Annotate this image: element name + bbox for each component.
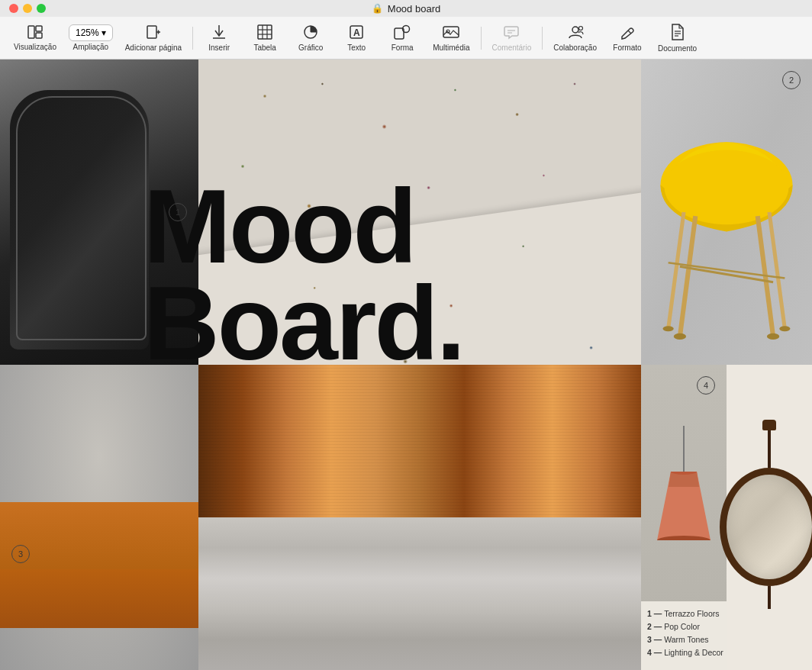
sofa-container	[0, 502, 198, 670]
svg-rect-3	[147, 26, 156, 38]
wood-grain	[198, 365, 641, 517]
main-canvas: 1	[0, 60, 812, 670]
page-badge-1: 1	[169, 203, 187, 221]
legend-panel: 1 — Terrazzo Floors 2 — Pop Color 3 — Wa…	[641, 601, 727, 670]
cell-lamp-legend-mirror: 4 1 — Terrazzo Floors	[641, 365, 812, 670]
grafico-icon	[303, 24, 318, 42]
lamp-section: 4 1 — Terrazzo Floors	[641, 365, 727, 670]
mirror-assembly	[720, 426, 812, 609]
sofa-backrest	[0, 502, 198, 578]
toolbar-comentario[interactable]: Comentário	[485, 21, 540, 55]
sep-1	[192, 27, 193, 50]
toolbar-texto[interactable]: A Texto	[334, 21, 379, 55]
toolbar-colaboracao[interactable]: Colaboração	[546, 21, 604, 55]
colaboracao-label: Colaboração	[553, 43, 597, 52]
legend-item-1: 1 — Terrazzo Floors	[647, 609, 720, 618]
toolbar-forma[interactable]: Forma	[379, 21, 425, 55]
chair-piping	[16, 96, 147, 340]
comentario-label: Comentário	[492, 43, 532, 52]
yellow-chair-svg	[641, 60, 812, 365]
cell-sofa: 3	[0, 365, 198, 670]
tabela-label: Tabela	[253, 43, 276, 52]
window-title-area: 🔒 Mood board	[372, 3, 440, 14]
visualizacao-label: Visualização	[14, 43, 56, 51]
mirror-section	[727, 365, 812, 670]
ampliacao-chevron: ▾	[102, 27, 106, 38]
cell-yellow-chair: 2	[641, 60, 812, 365]
terrazzo-texture	[198, 60, 641, 365]
legend-item-4: 4 — Lighting & Decor	[647, 648, 720, 657]
formato-icon	[620, 24, 635, 42]
toolbar: Visualização 125% ▾ Ampliação Adicionar …	[0, 17, 812, 60]
canvas-grid: 1	[0, 60, 812, 670]
svg-point-38	[674, 333, 686, 340]
ampliacao-label: Ampliação	[72, 43, 108, 51]
sep-2	[481, 27, 482, 50]
forma-label: Forma	[392, 43, 414, 52]
svg-point-41	[779, 326, 790, 331]
grafico-label: Gráfico	[298, 43, 323, 52]
svg-rect-2	[36, 33, 42, 38]
inserir-icon	[212, 24, 226, 42]
page-badge-4: 4	[697, 376, 715, 395]
minimize-button[interactable]	[23, 4, 32, 13]
page-badge-3: 3	[11, 545, 30, 563]
toolbar-multimidia[interactable]: Multimédia	[425, 21, 477, 55]
svg-point-24	[572, 27, 578, 33]
page-badge-2: 2	[782, 71, 801, 89]
mirror-strap-bottom	[768, 586, 771, 609]
svg-rect-20	[443, 27, 459, 37]
toolbar-inserir[interactable]: Inserir	[196, 21, 242, 55]
texto-label: Texto	[347, 43, 366, 52]
toolbar-visualizacao[interactable]: Visualização	[6, 22, 64, 54]
cell-wood-fur	[198, 365, 641, 670]
toolbar-tabela[interactable]: Tabela	[242, 21, 288, 55]
comentario-icon	[504, 24, 519, 42]
mirror-circle	[720, 468, 812, 586]
title-bar: 🔒 Mood board	[0, 0, 812, 17]
legend-item-2: 2 — Pop Color	[647, 622, 720, 631]
pendant-lamp	[641, 365, 727, 601]
formato-label: Formato	[613, 43, 641, 52]
ampliacao-value: 125%	[76, 27, 99, 38]
svg-text:A: A	[353, 27, 360, 38]
forma-icon	[394, 24, 411, 42]
toolbar-ampliacao-wrapper: 125% ▾ Ampliação	[64, 21, 118, 54]
toolbar-documento[interactable]: Documento	[650, 21, 704, 56]
visualizacao-icon	[27, 25, 43, 41]
tabela-icon	[257, 24, 272, 42]
toolbar-adicionar-pagina[interactable]: Adicionar página	[118, 21, 190, 55]
inserir-label: Inserir	[208, 43, 230, 52]
fur-texture	[198, 517, 641, 670]
window-title: Mood board	[388, 3, 440, 14]
mirror-leather-knot	[762, 420, 776, 430]
wood-texture	[198, 365, 641, 517]
svg-point-25	[578, 26, 582, 30]
maximize-button[interactable]	[37, 4, 46, 13]
sofa-seat	[0, 569, 198, 628]
traffic-lights	[9, 4, 46, 13]
close-button[interactable]	[9, 4, 18, 13]
adicionar-pagina-label: Adicionar página	[125, 43, 182, 52]
toolbar-grafico[interactable]: Gráfico	[288, 21, 334, 55]
terrazzo-cut-piece	[198, 188, 641, 365]
toolbar-formato[interactable]: Formato	[604, 21, 650, 55]
documento-label: Documento	[658, 44, 697, 53]
svg-rect-8	[258, 25, 272, 39]
svg-point-39	[767, 333, 779, 340]
colaboracao-icon	[567, 24, 584, 42]
multimidia-label: Multimédia	[433, 43, 469, 52]
legend-item-3: 3 — Warm Tones	[647, 635, 720, 644]
sep-3	[542, 27, 543, 50]
svg-rect-0	[28, 26, 34, 38]
svg-point-40	[663, 326, 674, 331]
documento-icon	[671, 24, 685, 43]
cell-dark-chair: 1	[0, 60, 198, 365]
cell-terrazzo	[198, 60, 641, 365]
multimidia-icon	[443, 24, 459, 42]
adicionar-pagina-icon	[146, 24, 161, 42]
lamp-cord	[683, 426, 685, 472]
lamp-shade-svg	[657, 472, 710, 540]
texto-icon: A	[349, 24, 364, 42]
toolbar-ampliacao[interactable]: 125% ▾	[69, 24, 113, 41]
